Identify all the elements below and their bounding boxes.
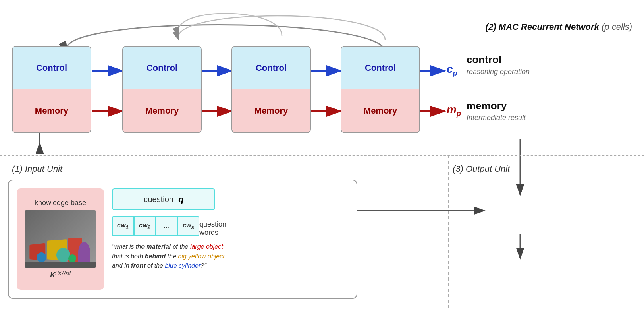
cp-label-container: cp: [447, 63, 457, 78]
top-section: (2) MAC Recurrent Network (p cells) Cont…: [0, 0, 644, 155]
cell2-memory: Memory: [123, 89, 201, 132]
mp-label-container: mp: [447, 103, 461, 118]
bottom-section: (1) Input Unit (3) Output Unit knowledge…: [0, 155, 644, 310]
cell2-control-text: Control: [147, 63, 177, 73]
mac-cell-3: Control Memory: [231, 46, 311, 133]
cp-label: cp: [447, 63, 457, 78]
mac-label-italic: (p cells): [602, 22, 632, 32]
mac-network-label: (2) MAC Recurrent Network (p cells): [486, 22, 632, 32]
mac-cell-2: Control Memory: [122, 46, 202, 133]
cell1-control-text: Control: [36, 63, 67, 73]
memory-label-bold: memory: [467, 100, 530, 112]
cell1-memory: Memory: [13, 89, 91, 132]
control-label-bold: control: [467, 54, 530, 66]
cell3-control: Control: [232, 46, 310, 89]
input-unit-label: (1) Input Unit: [12, 164, 62, 174]
word-box-s: cws: [177, 216, 199, 236]
cell4-control-text: Control: [365, 63, 396, 73]
question-q: q: [174, 194, 184, 205]
scene-render: [25, 210, 96, 268]
mp-label: mp: [447, 103, 461, 118]
knowledge-base-box: knowledge base KHxWxd: [17, 188, 104, 290]
cell4-memory: Memory: [341, 89, 419, 132]
output-unit-label: (3) Output Unit: [453, 164, 510, 174]
mac-cell-4: Control Memory: [341, 46, 420, 133]
word-box-1: cw1: [112, 216, 134, 236]
mac-label-bold: (2) MAC Recurrent Network: [486, 22, 599, 32]
word-box-dots: ...: [156, 216, 177, 236]
question-box: question q: [112, 188, 215, 210]
cell3-memory-text: Memory: [255, 106, 288, 116]
cell1-control: Control: [13, 46, 91, 89]
cell3-memory: Memory: [232, 89, 310, 132]
right-labels: control reasoning operation memory Inter…: [467, 54, 530, 122]
cell4-control: Control: [341, 46, 419, 89]
cell3-control-text: Control: [256, 63, 287, 73]
memory-label-italic: Intermediate result: [467, 114, 530, 122]
question-prefix: question: [143, 195, 174, 204]
control-label-italic: reasoning operation: [467, 68, 530, 76]
cell2-memory-text: Memory: [145, 106, 179, 116]
cell2-control: Control: [123, 46, 201, 89]
question-words-label: questionwords: [199, 220, 226, 237]
cell1-memory-text: Memory: [35, 106, 68, 116]
knowledge-base-label: KHxWxd: [50, 270, 71, 279]
word-boxes: cw1 cw2 ... cws: [112, 216, 199, 236]
word-box-2: cw2: [134, 216, 156, 236]
mac-cell-1: Control Memory: [12, 46, 91, 133]
input-box: knowledge base KHxWxd: [8, 180, 357, 299]
cell4-memory-text: Memory: [364, 106, 397, 116]
quote-text: "what is the material of the large objec…: [112, 242, 346, 271]
knowledge-base-title: knowledge base: [35, 199, 86, 207]
main-container: (2) MAC Recurrent Network (p cells) Cont…: [0, 0, 644, 310]
